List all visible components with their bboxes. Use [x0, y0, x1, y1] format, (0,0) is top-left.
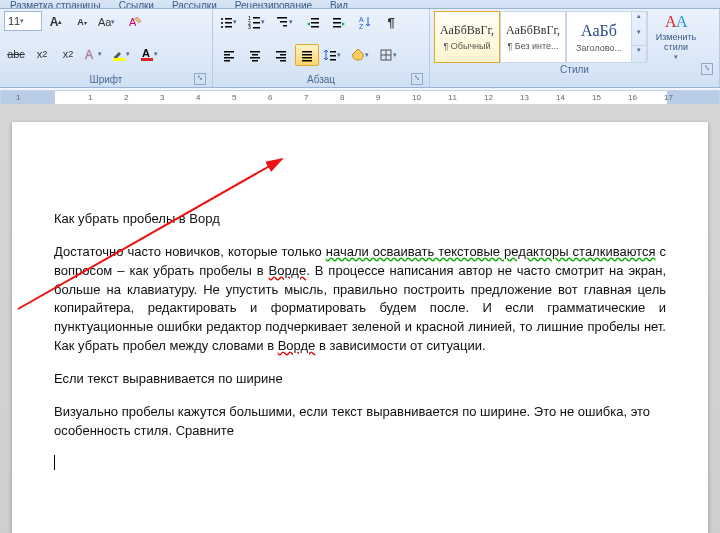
ribbon-tabs: Разметка страницы Ссылки Рассылки Реценз…	[0, 0, 720, 9]
svg-text:A: A	[142, 47, 150, 59]
strike-button[interactable]: abc	[4, 43, 28, 65]
svg-rect-14	[253, 22, 260, 24]
group-styles: АаБбВвГг, ¶ Обычный АаБбВвГг, ¶ Без инте…	[430, 9, 720, 87]
change-styles-button[interactable]: AA Изменить стили▾	[647, 11, 704, 61]
shrink-font-button[interactable]: A▾	[70, 11, 94, 33]
svg-rect-33	[252, 54, 258, 56]
svg-rect-16	[253, 27, 260, 29]
svg-text:A: A	[85, 48, 93, 61]
doc-paragraph: Визуально пробелы кажутся большими, если…	[54, 403, 666, 441]
group-label-styles: Стили⤡	[434, 63, 715, 77]
doc-title: Как убрать пробелы в Ворд	[54, 210, 666, 229]
svg-point-7	[221, 22, 223, 24]
line-spacing-button[interactable]: ▾	[321, 44, 347, 66]
decrease-indent-button[interactable]	[301, 11, 325, 33]
font-size-value: 11	[8, 15, 20, 27]
tab[interactable]: Разметка страницы	[10, 0, 101, 9]
tab[interactable]: Рецензирование	[235, 0, 312, 9]
tab[interactable]: Ссылки	[119, 0, 154, 9]
svg-rect-18	[280, 21, 287, 23]
group-font: 11▾ A▴ A▾ Aa▾ A abc x2 x2 A▾ ▾ A▾ Шрифт⤡	[0, 9, 213, 87]
svg-rect-46	[330, 59, 336, 61]
tab[interactable]: Вид	[330, 0, 348, 9]
highlight-button[interactable]: ▾	[110, 43, 136, 65]
svg-rect-20	[311, 18, 319, 20]
svg-rect-19	[283, 25, 287, 27]
doc-paragraph: Достаточно часто новичков, которые тольк…	[54, 243, 666, 356]
svg-rect-30	[224, 57, 234, 59]
numbering-button[interactable]: 123▾	[245, 11, 271, 33]
ribbon: 11▾ A▴ A▾ Aa▾ A abc x2 x2 A▾ ▾ A▾ Шрифт⤡…	[0, 9, 720, 88]
svg-rect-17	[277, 17, 287, 19]
svg-rect-39	[280, 60, 286, 62]
change-case-button[interactable]: Aa▾	[96, 11, 121, 33]
document-area: Как убрать пробелы в Ворд Достаточно час…	[0, 104, 720, 533]
svg-rect-41	[302, 54, 312, 56]
svg-rect-25	[333, 26, 341, 28]
svg-text:3: 3	[248, 24, 251, 29]
align-left-button[interactable]	[217, 44, 241, 66]
group-label-paragraph: Абзац⤡	[217, 73, 425, 87]
svg-rect-44	[330, 51, 336, 53]
style-no-spacing[interactable]: АаБбВвГг, ¶ Без инте...	[500, 11, 566, 63]
align-right-button[interactable]	[269, 44, 293, 66]
svg-point-5	[221, 18, 223, 20]
shading-button[interactable]: ▾	[349, 44, 375, 66]
dialog-launcher-icon[interactable]: ⤡	[194, 73, 206, 85]
style-preview: АаБбВвГг,	[506, 23, 560, 38]
tab[interactable]: Рассылки	[172, 0, 217, 9]
svg-rect-38	[276, 57, 286, 59]
style-preview: АаБбВвГг,	[440, 23, 494, 38]
svg-rect-12	[253, 17, 260, 19]
multilevel-button[interactable]: ▾	[273, 11, 299, 33]
cursor-line	[54, 454, 666, 473]
svg-rect-45	[330, 55, 336, 57]
dialog-launcher-icon[interactable]: ⤡	[701, 63, 713, 75]
svg-rect-29	[224, 54, 230, 56]
group-label-font: Шрифт⤡	[4, 73, 208, 87]
svg-rect-22	[311, 26, 319, 28]
change-styles-label: Изменить стили	[648, 33, 704, 53]
svg-rect-4	[141, 58, 153, 61]
svg-rect-23	[333, 18, 341, 20]
styles-gallery-scroll[interactable]: ▴ ▾ ▾	[632, 11, 647, 63]
style-normal[interactable]: АаБбВвГг, ¶ Обычный	[434, 11, 500, 63]
superscript-button[interactable]: x2	[56, 43, 80, 65]
sort-button[interactable]: AZ	[353, 11, 377, 33]
svg-rect-8	[225, 22, 232, 24]
style-preview: АаБб	[581, 22, 617, 40]
svg-text:A: A	[676, 13, 688, 30]
document-page[interactable]: Как убрать пробелы в Ворд Достаточно час…	[12, 122, 708, 533]
bullets-button[interactable]: ▾	[217, 11, 243, 33]
font-color-button[interactable]: A▾	[138, 43, 164, 65]
svg-rect-21	[311, 22, 319, 24]
svg-rect-34	[250, 57, 260, 59]
dialog-launcher-icon[interactable]: ⤡	[411, 73, 423, 85]
svg-rect-6	[225, 18, 232, 20]
svg-text:Z: Z	[359, 23, 364, 29]
justify-button[interactable]	[295, 44, 319, 66]
align-center-button[interactable]	[243, 44, 267, 66]
change-styles-icon: AA	[663, 11, 689, 33]
svg-rect-31	[224, 60, 230, 62]
show-marks-button[interactable]: ¶	[379, 11, 403, 33]
clear-format-button[interactable]: A	[123, 11, 147, 33]
doc-paragraph: Если текст выравнивается по ширине	[54, 370, 666, 389]
style-heading[interactable]: АаБб Заголово...	[566, 11, 632, 63]
svg-rect-42	[302, 57, 312, 59]
svg-rect-35	[252, 60, 258, 62]
grow-font-button[interactable]: A▴	[44, 11, 68, 33]
text-effects-button[interactable]: A▾	[82, 43, 108, 65]
group-paragraph: ▾ 123▾ ▾ AZ ¶ ▾ ▾ ▾ Абзац⤡	[213, 9, 430, 87]
font-size-combo[interactable]: 11▾	[4, 11, 42, 31]
svg-rect-32	[250, 51, 260, 53]
style-name: ¶ Без инте...	[507, 41, 558, 51]
borders-button[interactable]: ▾	[377, 44, 403, 66]
svg-rect-28	[224, 51, 234, 53]
style-name: Заголово...	[576, 43, 622, 53]
subscript-button[interactable]: x2	[30, 43, 54, 65]
increase-indent-button[interactable]	[327, 11, 351, 33]
svg-rect-40	[302, 51, 312, 53]
svg-rect-37	[280, 54, 286, 56]
svg-rect-10	[225, 26, 232, 28]
